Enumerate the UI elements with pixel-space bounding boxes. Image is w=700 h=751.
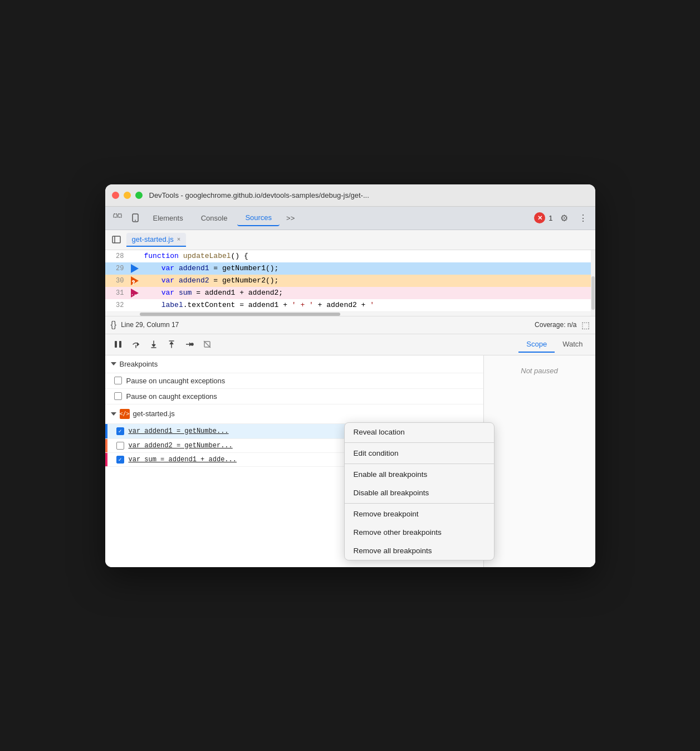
bp-code-1: var addend2 = getNumber... [129,442,233,450]
gutter-30[interactable]: ? [129,276,140,285]
svg-point-14 [191,343,193,345]
code-line-31: 31 ·· var sum = addend1 + addend2; [105,287,595,299]
svg-rect-1 [118,214,121,217]
code-content-29: var addend1 = getNumber1(); [140,262,595,275]
code-content-30: var addend2 = getNumber2(); [140,275,595,287]
pause-caught-row[interactable]: Pause on caught exceptions [105,389,483,404]
tab-console[interactable]: Console [193,211,236,226]
ctx-divider-3 [345,503,494,504]
debugger-toolbar: Scope Watch [105,334,595,355]
file-section-header[interactable]: </> get-started.js [105,404,483,424]
ctx-reveal-location[interactable]: Reveal location [345,423,494,441]
pause-resume-button[interactable] [110,336,126,353]
file-tab-name: get-started.js [132,235,174,243]
minimize-button[interactable] [124,192,131,199]
breakpoints-label: Breakpoints [120,360,158,368]
ctx-divider-2 [345,464,494,464]
tab-sources[interactable]: Sources [237,210,280,226]
pause-uncaught-checkbox[interactable] [114,377,122,384]
code-scrollbar-track[interactable] [591,250,595,316]
not-paused-label: Not paused [484,355,595,386]
maximize-button[interactable] [135,192,143,199]
status-bar: {} Line 29, Column 17 Coverage: n/a ⬚ [105,316,595,334]
ctx-remove-all-bp[interactable]: Remove all breakpoints [345,542,494,560]
line-number-28: 28 [105,250,129,262]
code-line-30: 30 ? var addend2 = getNumber2(); [105,275,595,287]
svg-rect-7 [119,341,121,348]
svg-rect-6 [115,341,117,348]
ctx-edit-condition[interactable]: Edit condition [345,444,494,462]
code-content-31: var sum = addend1 + addend2; [140,287,595,299]
deactivate-breakpoints-button[interactable] [199,336,216,353]
sidebar-toggle-icon[interactable] [109,232,124,247]
continue-to-here-button[interactable] [181,336,198,353]
code-scrollbar-thumb [140,313,340,316]
bp-code-0: var addend1 = getNumbe... [129,427,229,435]
file-tab-close-icon[interactable]: × [177,236,180,242]
file-tab[interactable]: get-started.js × [126,233,187,247]
code-line-32: 32 label.textContent = addend1 + ' + ' +… [105,299,595,311]
tab-bar: Elements Console Sources >> ✕ 1 ⚙ ⋮ [105,207,595,230]
traffic-lights [112,192,143,199]
code-editor[interactable]: 28 function updateLabel() { 29 var adden… [105,250,595,316]
breakpoints-panel: Breakpoints Pause on uncaught exceptions… [105,355,484,567]
curly-braces-icon[interactable]: {} [111,320,117,330]
scope-watch-tabs: Scope Watch [518,337,590,353]
ctx-remove-bp[interactable]: Remove breakpoint [345,505,494,523]
tab-scope[interactable]: Scope [518,337,555,353]
gutter-29[interactable] [129,264,140,273]
line-number-32: 32 [105,299,129,311]
breakpoint-arrow-31: ·· [131,289,139,298]
code-scrollbar-vertical-thumb [591,276,595,310]
bp-checkbox-2[interactable] [116,456,124,464]
more-tabs-button[interactable]: >> [282,212,299,225]
settings-icon[interactable]: ⚙ [556,210,572,226]
pause-uncaught-label: Pause on uncaught exceptions [126,377,226,385]
triangle-down-icon [111,362,116,365]
file-tab-row: get-started.js × [105,230,595,250]
file-type-icon: </> [120,409,130,419]
inspect-icon[interactable] [110,210,125,226]
svg-rect-0 [114,214,117,217]
gutter-31[interactable]: ·· [129,289,140,298]
cursor-position: Line 29, Column 17 [121,321,179,329]
pause-uncaught-row[interactable]: Pause on uncaught exceptions [105,373,483,389]
mobile-icon[interactable] [128,210,143,226]
status-bar-right: Coverage: n/a ⬚ [535,320,589,330]
scope-panel: Not paused [484,355,595,567]
bp-color-indicator-1 [105,439,107,452]
coverage-icon[interactable]: ⬚ [581,320,590,330]
line-number-29: 29 [105,262,129,275]
ctx-remove-other-bp[interactable]: Remove other breakpoints [345,523,494,542]
bp-color-indicator-0 [105,424,107,438]
file-triangle-icon [111,412,116,416]
pause-caught-checkbox[interactable] [114,392,122,400]
ctx-divider-1 [345,442,494,443]
error-icon: ✕ [534,212,545,223]
bp-checkbox-0[interactable] [116,427,124,435]
bp-code-2: var sum = addend1 + adde... [129,456,237,464]
breakpoints-section-header[interactable]: Breakpoints [105,355,483,373]
devtools-window: DevTools - googlechrome.github.io/devtoo… [105,184,595,567]
bp-checkbox-1[interactable] [116,442,124,450]
tab-elements[interactable]: Elements [145,211,191,226]
svg-point-3 [135,220,136,221]
tab-watch[interactable]: Watch [555,337,590,353]
code-line-28: 28 function updateLabel() { [105,250,595,262]
code-scrollbar[interactable] [105,311,595,316]
ctx-disable-all[interactable]: Disable all breakpoints [345,484,494,502]
step-over-button[interactable] [128,336,144,353]
coverage-label: Coverage: n/a [535,321,576,329]
svg-rect-4 [112,236,120,243]
bp-color-indicator-2 [105,453,107,466]
more-options-icon[interactable]: ⋮ [575,210,591,226]
breakpoint-arrow-30: ? [131,276,139,285]
title-bar: DevTools - googlechrome.github.io/devtoo… [105,184,595,207]
step-into-button[interactable] [145,336,162,353]
code-line-29: 29 var addend1 = getNumber1(); [105,262,595,275]
ctx-enable-all[interactable]: Enable all breakpoints [345,465,494,484]
line-number-31: 31 [105,287,129,299]
file-section-label: get-started.js [133,409,175,418]
step-out-button[interactable] [163,336,180,353]
close-button[interactable] [112,192,119,199]
